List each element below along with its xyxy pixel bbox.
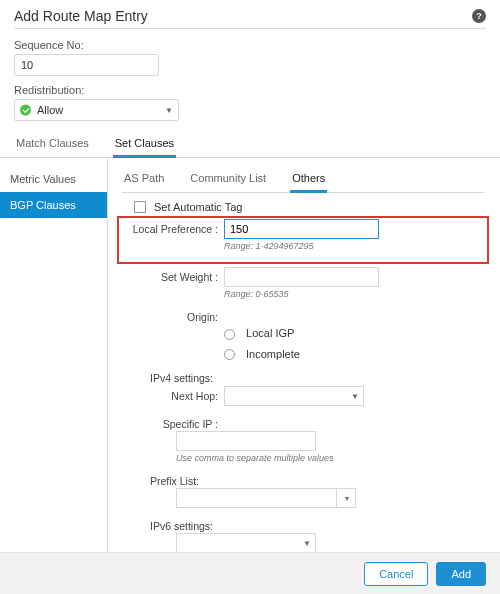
redistribution-select[interactable] [14, 99, 179, 121]
sequence-no-input[interactable] [14, 54, 159, 76]
dialog-footer: Cancel Add [0, 552, 500, 594]
origin-incomplete-label: Incomplete [246, 348, 300, 360]
local-preference-range: Range: 1-4294967295 [224, 241, 484, 251]
set-weight-input[interactable] [224, 267, 379, 287]
origin-label: Origin: [122, 307, 218, 323]
next-hop-label: Next Hop: [122, 386, 218, 402]
inner-tabs: AS Path Community List Others [122, 168, 484, 193]
set-weight-range: Range: 0-65535 [224, 289, 484, 299]
origin-incomplete-radio[interactable] [224, 349, 235, 360]
chevron-down-icon[interactable]: ▾ [336, 488, 356, 508]
set-automatic-tag-checkbox[interactable] [134, 201, 146, 213]
sidebar-item-metric-values[interactable]: Metric Values [0, 166, 107, 192]
tab-match-clauses[interactable]: Match Clauses [14, 131, 91, 157]
help-icon[interactable]: ? [472, 9, 486, 23]
sidebar-item-bgp-clauses[interactable]: BGP Clauses [0, 192, 107, 218]
local-preference-label: Local Preference : [122, 219, 218, 235]
origin-local-igp-label: Local IGP [246, 327, 294, 339]
specific-ip-hint: Use comma to separate multiple values [176, 453, 484, 463]
set-automatic-tag-label: Set Automatic Tag [154, 201, 242, 213]
ipv6-settings-label: IPv6 settings: [122, 516, 218, 532]
prefix-list-select[interactable] [176, 488, 356, 508]
tab-others[interactable]: Others [290, 168, 327, 193]
outer-tabs: Match Clauses Set Clauses [0, 125, 500, 158]
ipv6-select[interactable] [176, 533, 316, 553]
set-weight-label: Set Weight : [122, 267, 218, 283]
specific-ip-label: Specific IP : [122, 414, 218, 430]
ipv4-settings-label: IPv4 settings: [122, 368, 218, 384]
redistribution-label: Redistribution: [14, 84, 486, 96]
next-hop-select[interactable] [224, 386, 364, 406]
tab-as-path[interactable]: AS Path [122, 168, 166, 192]
prefix-list-label: Prefix List: [122, 471, 218, 487]
origin-local-igp-radio[interactable] [224, 329, 235, 340]
tab-set-clauses[interactable]: Set Clauses [113, 131, 176, 158]
allow-icon [20, 105, 31, 116]
sequence-no-label: Sequence No: [14, 39, 486, 51]
divider [14, 28, 486, 29]
local-preference-highlight: Local Preference : Range: 1-4294967295 [122, 219, 484, 251]
dialog-title: Add Route Map Entry [14, 8, 148, 24]
add-button[interactable]: Add [436, 562, 486, 586]
tab-community-list[interactable]: Community List [188, 168, 268, 192]
local-preference-input[interactable] [224, 219, 379, 239]
sidebar: Metric Values BGP Clauses [0, 158, 108, 594]
specific-ip-input[interactable] [176, 431, 316, 451]
cancel-button[interactable]: Cancel [364, 562, 428, 586]
